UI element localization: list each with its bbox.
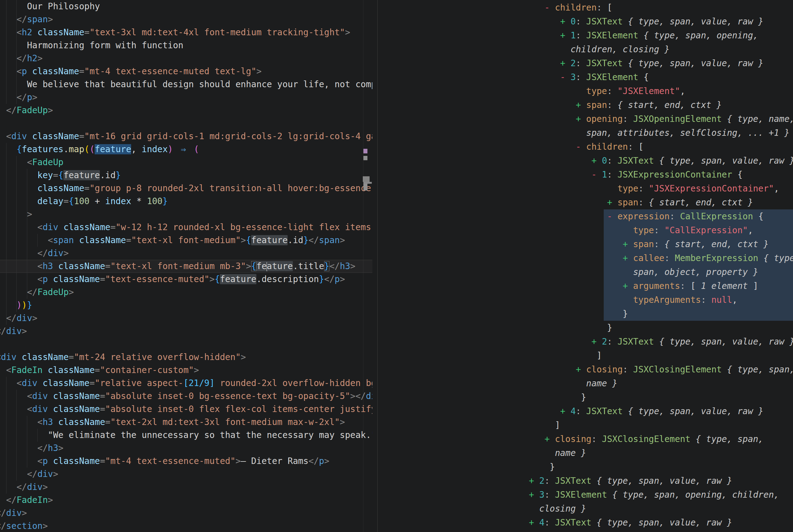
code-line[interactable]: <p className="text-essence-muted">{featu…	[0, 273, 372, 286]
ast-line[interactable]: + arguments: [ 1 element ]	[378, 279, 793, 293]
ast-line[interactable]: closing }	[378, 502, 793, 516]
ast-line[interactable]: type: "CallExpression",	[378, 223, 793, 237]
code-line[interactable]	[0, 338, 372, 351]
ast-line[interactable]: + 4: JSXText { type, span, value, raw }	[378, 516, 793, 530]
scrollbar-decoration-mark	[363, 149, 367, 153]
ast-line[interactable]: name }	[378, 376, 793, 390]
scrollbar-decoration-mark	[363, 176, 370, 182]
code-line[interactable]: <span className="text-xl font-medium">{f…	[0, 234, 372, 247]
code-line[interactable]: <div className="w-12 h-12 rounded-xl bg-…	[0, 221, 372, 234]
scrollbar-decoration-mark	[363, 156, 367, 160]
jsx-code[interactable]: Our Philosophy </span> <h2 className="te…	[0, 0, 372, 532]
active-code-line[interactable]: <h3 className="text-xl font-medium mb-3"…	[0, 260, 372, 273]
code-line[interactable]: </FadeIn>	[0, 494, 372, 507]
ast-line[interactable]: typeArguments: null,	[378, 293, 793, 307]
code-line[interactable]: <div className="mt-16 grid grid-cols-1 m…	[0, 130, 372, 143]
code-line[interactable]: </div>	[0, 507, 372, 520]
code-line[interactable]: <FadeIn className="container-custom">	[0, 364, 372, 377]
code-line[interactable]: <div className="relative aspect-[21/9] r…	[0, 377, 372, 390]
ast-line[interactable]: + opening: JSXOpeningElement { type, nam…	[378, 112, 793, 126]
code-line[interactable]: </div>	[0, 481, 372, 494]
ast-line[interactable]: + closing: JSXClosingElement { type, spa…	[378, 432, 793, 446]
indent-guide	[37, 234, 38, 247]
code-line[interactable]: <p className="mt-4 text-essence-muted">—…	[0, 455, 372, 468]
ast-line[interactable]: span, object, property }	[378, 265, 793, 279]
ast-line[interactable]: - 3: JSXElement {	[378, 70, 793, 84]
code-line[interactable]: >	[0, 208, 372, 221]
ast-line[interactable]: }	[378, 307, 793, 321]
code-line[interactable]: </div>	[0, 325, 372, 338]
ast-line[interactable]: type: "JSXExpressionContainer",	[378, 182, 793, 195]
ast-line[interactable]: + 2: JSXText { type, span, value, raw }	[378, 335, 793, 348]
code-line[interactable]: </h2>	[0, 52, 372, 65]
pane-divider[interactable]	[377, 0, 378, 532]
code-line[interactable]: className="group p-8 rounded-2xl transit…	[0, 182, 372, 195]
ast-line[interactable]: + 4: JSXText { type, span, value, raw }	[378, 404, 793, 418]
indent-guide	[16, 156, 17, 312]
jsx-editor-pane[interactable]: Our Philosophy </span> <h2 className="te…	[0, 0, 372, 532]
code-line[interactable]: </h3>	[0, 442, 372, 455]
code-line[interactable]: <FadeUp	[0, 156, 372, 169]
code-line[interactable]: </p>	[0, 91, 372, 104]
code-line[interactable]: <h3 className="text-2xl md:text-3xl font…	[0, 416, 372, 429]
ast-line[interactable]: + span: { start, end, ctxt }	[378, 98, 793, 112]
ast-line[interactable]: }	[378, 460, 793, 474]
ast-tree[interactable]: - children: [ + 0: JSXText { type, span,…	[378, 1, 793, 530]
ast-line[interactable]: + span: { start, end, ctxt }	[378, 195, 793, 209]
code-line[interactable]: </FadeUp>	[0, 104, 372, 117]
code-line[interactable]: key={feature.id}	[0, 169, 372, 182]
code-line[interactable]: We believe that beautiful design should …	[0, 78, 372, 91]
ast-line[interactable]: + span: { start, end, ctxt }	[378, 237, 793, 251]
indent-guide	[6, 377, 6, 494]
ast-line[interactable]: }	[378, 321, 793, 335]
ast-line[interactable]: - expression: CallExpression {	[378, 209, 793, 223]
ast-line[interactable]: }	[378, 390, 793, 404]
ast-line[interactable]: - children: [	[378, 1, 793, 15]
ast-line[interactable]: + callee: MemberExpression { type,	[378, 251, 793, 265]
ast-line[interactable]: + 1: JSXElement { type, span, opening,	[378, 28, 793, 42]
editor-window: { "window": { "kind": "split-code-editor…	[0, 0, 793, 532]
code-line[interactable]: <div className="absolute inset-0 flex fl…	[0, 403, 372, 416]
ast-line[interactable]: + 0: JSXText { type, span, value, raw }	[378, 154, 793, 168]
indent-guide	[16, 390, 17, 481]
indent-guide	[6, 143, 6, 325]
ast-line[interactable]: - 1: JSXExpressionContainer {	[378, 168, 793, 182]
code-line[interactable]: <h2 className="text-3xl md:text-4xl font…	[0, 26, 372, 39]
code-line[interactable]: </span>	[0, 13, 372, 26]
code-line[interactable]: ))}	[0, 299, 372, 312]
indent-guide	[27, 416, 27, 468]
ast-line[interactable]: ]	[378, 418, 793, 432]
indent-guide	[6, 0, 6, 104]
ast-line[interactable]: span, attributes, selfClosing, ... +1 }	[378, 126, 793, 140]
ast-line[interactable]: + 2: JSXText { type, span, value, raw }	[378, 56, 793, 70]
code-line[interactable]: </FadeUp>	[0, 286, 372, 299]
ast-line[interactable]: - children: [	[378, 140, 793, 154]
ast-line[interactable]: name }	[378, 446, 793, 460]
scrollbar-decoration-mark	[363, 184, 367, 191]
indent-guide	[27, 169, 27, 299]
ast-line[interactable]: ]	[378, 348, 793, 362]
code-line[interactable]	[0, 117, 372, 130]
code-line[interactable]: "We eliminate the unnecessary so that th…	[0, 429, 372, 442]
indent-guide	[37, 429, 38, 442]
code-line[interactable]: Harmonizing form with function	[0, 39, 372, 52]
code-line[interactable]: {features.map((feature, index) ⇒ (	[0, 143, 372, 156]
ast-line[interactable]: + 2: JSXText { type, span, value, raw }	[378, 474, 793, 488]
code-line[interactable]: <div className="mt-24 relative overflow-…	[0, 351, 372, 364]
code-line[interactable]: </div>	[0, 312, 372, 325]
code-line[interactable]: </div>	[0, 468, 372, 481]
ast-line[interactable]: + 3: JSXElement { type, span, opening, c…	[378, 488, 793, 502]
ast-panel[interactable]: - children: [ + 0: JSXText { type, span,…	[378, 0, 793, 532]
ast-line[interactable]: + 0: JSXText { type, span, value, raw }	[378, 15, 793, 28]
code-line[interactable]: Our Philosophy	[0, 0, 372, 13]
indent-guide	[16, 0, 17, 104]
ast-line[interactable]: type: "JSXElement",	[378, 84, 793, 98]
ast-line[interactable]: + closing: JSXClosingElement { type, spa…	[378, 362, 793, 376]
code-line[interactable]: </div>	[0, 247, 372, 260]
code-line[interactable]: </section>	[0, 520, 372, 532]
ast-line[interactable]: children, closing }	[378, 42, 793, 56]
code-line[interactable]: <p className="mt-4 text-essence-muted te…	[0, 65, 372, 78]
code-line[interactable]: delay={100 + index * 100}	[0, 195, 372, 208]
code-line[interactable]: <div className="absolute inset-0 bg-esse…	[0, 390, 372, 403]
